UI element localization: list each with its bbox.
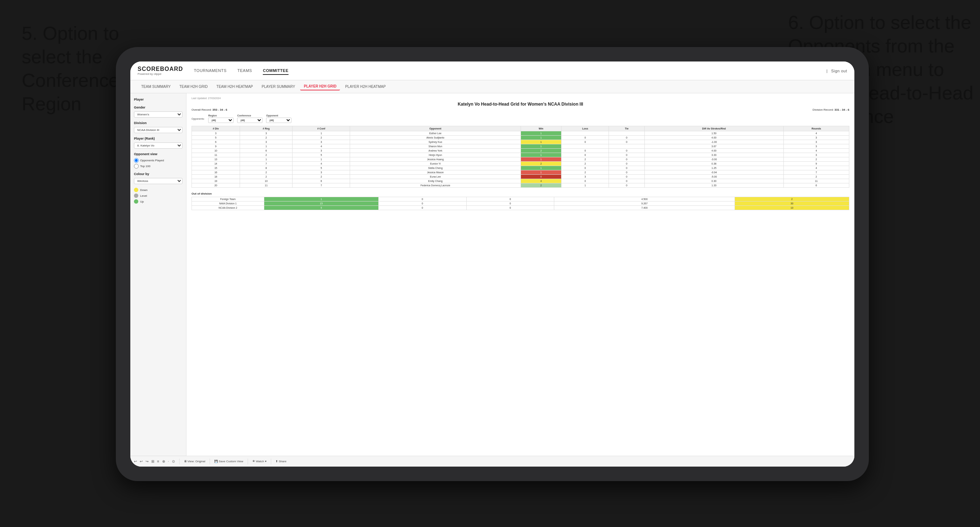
subnav-player-h2h-heatmap[interactable]: PLAYER H2H HEATMAP: [341, 83, 389, 90]
top100-input[interactable]: [134, 164, 138, 168]
toolbar-divider-3: [248, 459, 248, 464]
cell-rounds: 7: [783, 170, 849, 175]
table-header-row: # Div # Reg # Conf Opponent Win Loss Tie…: [192, 126, 849, 131]
save-custom-view-btn[interactable]: 💾 Save Custom View: [214, 460, 243, 463]
redo-icon[interactable]: ↪: [146, 459, 148, 464]
sidebar: Player Gender Women's Division NCAA Divi…: [130, 93, 186, 456]
dot-icon[interactable]: ·: [168, 459, 169, 464]
cell-diff: -5.00: [644, 175, 783, 179]
logo-sub: Powered by clippd: [138, 72, 183, 76]
cell-diff: 3.67: [644, 144, 783, 149]
cell-conf: 2: [293, 175, 350, 179]
sidebar-division-section: Division NCAA Division III: [134, 121, 183, 133]
nav-tournaments[interactable]: TOURNAMENTS: [194, 67, 227, 75]
overall-record-label: Overall Record: 353 - 34 - 6: [191, 108, 228, 111]
cell-opponent: Alexis Sudjianto: [350, 136, 520, 140]
cell-reg: 3: [240, 131, 293, 136]
sign-out-link[interactable]: Sign out: [831, 67, 847, 75]
col-loss: Loss: [562, 126, 609, 131]
colour-select[interactable]: Win/loss: [134, 178, 183, 184]
cell-opponent: Sharon Mun: [350, 144, 520, 149]
main-content: Player Gender Women's Division NCAA Divi…: [130, 93, 854, 456]
cell-conf: 3: [293, 170, 350, 175]
cell-diff: 4.00: [644, 149, 783, 153]
table-row: 18 2 2 Euna Lee 0 3 0 -5.00 2: [192, 175, 849, 179]
cell-conf: 3: [293, 149, 350, 153]
sidebar-colour-section: Colour by Win/loss: [134, 172, 183, 184]
subnav-team-h2h-heatmap[interactable]: TEAM H2H HEATMAP: [213, 83, 257, 90]
cell-conf: 7: [293, 183, 350, 188]
grid-icon[interactable]: ⊞: [151, 459, 154, 464]
watch-btn[interactable]: 👁 Watch ▾: [252, 460, 266, 463]
gender-select[interactable]: Women's: [134, 111, 183, 117]
menu-icon[interactable]: ≡: [157, 459, 159, 464]
division-record-label: Division Record: 331 - 34 - 6: [813, 108, 849, 111]
nav-committee[interactable]: COMMITTEE: [263, 67, 288, 75]
cell-diff: 1.25: [644, 166, 783, 170]
out-cell-diff: 9.267: [554, 202, 735, 206]
cell-loss: [562, 144, 609, 149]
subnav-player-summary[interactable]: PLAYER SUMMARY: [258, 83, 299, 90]
col-conf: # Conf: [293, 126, 350, 131]
level-dot: [134, 194, 138, 198]
cell-opponent: Andrea York: [350, 149, 520, 153]
opponents-played-radio[interactable]: Opponents Played: [134, 158, 183, 163]
conference-filter-col: Conference (All): [237, 114, 262, 123]
cell-div: 20: [192, 183, 240, 188]
cell-rounds: 3: [783, 153, 849, 157]
division-select[interactable]: NCAA Division III: [134, 127, 183, 133]
cell-div: 16: [192, 170, 240, 175]
sidebar-colour-label: Colour by: [134, 172, 183, 176]
region-filter-select[interactable]: (All): [208, 117, 234, 123]
undo-icon[interactable]: ↩: [134, 459, 137, 464]
out-of-division-title: Out of division: [191, 192, 849, 195]
opponents-label: Opponents:: [191, 117, 205, 120]
cell-div: 6: [192, 140, 240, 144]
cell-conf: 5: [293, 166, 350, 170]
table-row: 11 2 5 Heejo Hyun 1 0 0 3.33 3: [192, 153, 849, 157]
circle-icon[interactable]: ⊙: [172, 459, 175, 464]
cell-diff: 4.00: [644, 136, 783, 140]
cell-win: 2: [520, 183, 562, 188]
cell-win: 1: [520, 136, 562, 140]
undo2-icon[interactable]: ↩: [140, 459, 143, 464]
cell-div: 13: [192, 157, 240, 162]
opponent-filter-label: Opponent: [266, 114, 291, 117]
records-row: Overall Record: 353 - 34 - 6 Division Re…: [191, 108, 849, 111]
cell-conf: 4: [293, 162, 350, 166]
table-row: 13 1 1 Jessica Huang 1 2 0 -3.00 2: [192, 157, 849, 162]
view-original-btn[interactable]: 🖥 View: Original: [184, 460, 205, 463]
out-table-row: NAIA Division 1 15 0 0 9.267 30: [192, 202, 849, 206]
down-label: Down: [140, 189, 147, 192]
data-area: Last Updated: 27/03/2024 Katelyn Vo Head…: [186, 93, 854, 456]
opponents-played-input[interactable]: [134, 158, 138, 163]
nav-teams[interactable]: TEAMS: [237, 67, 252, 75]
cell-tie: [609, 131, 644, 136]
subnav-team-summary[interactable]: TEAM SUMMARY: [138, 83, 175, 90]
opponent-filter-select[interactable]: (All): [266, 117, 291, 123]
cell-tie: 0: [609, 183, 644, 188]
cell-rounds: 2: [783, 157, 849, 162]
cell-diff: -3.00: [644, 157, 783, 162]
cell-tie: 0: [609, 157, 644, 162]
subnav-player-h2h-grid[interactable]: PLAYER H2H GRID: [300, 83, 340, 90]
out-cell-opponent: NCAA Division 2: [192, 206, 264, 210]
add-icon[interactable]: ⊕: [162, 459, 165, 464]
player-rank-select[interactable]: 8. Katelyn Vo: [134, 143, 183, 149]
conference-filter-select[interactable]: (All): [237, 117, 262, 123]
legend-level: Level: [134, 194, 183, 198]
cell-loss: 0: [562, 140, 609, 144]
cell-diff: 1.50: [644, 131, 783, 136]
out-cell-win: 5: [264, 206, 379, 210]
opponent-radio-group: Opponents Played Top 100: [134, 158, 183, 168]
tablet-device: SCOREBOARD Powered by clippd TOURNAMENTS…: [116, 47, 869, 481]
top100-radio[interactable]: Top 100: [134, 164, 183, 168]
out-cell-win: 15: [264, 202, 379, 206]
cell-reg: 2: [240, 175, 293, 179]
col-div: # Div: [192, 126, 240, 131]
cell-win: 1: [520, 170, 562, 175]
cell-diff: -0.94: [644, 170, 783, 175]
subnav-team-h2h-grid[interactable]: TEAM H2H GRID: [176, 83, 212, 90]
cell-rounds: 2: [783, 175, 849, 179]
share-btn[interactable]: ⬆ Share: [275, 460, 287, 463]
